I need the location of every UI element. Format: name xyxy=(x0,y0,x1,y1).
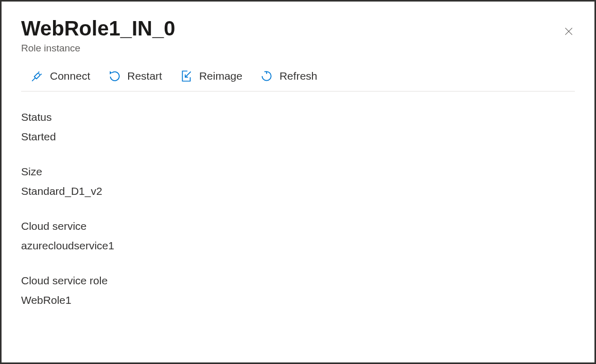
page-title: WebRole1_IN_0 xyxy=(21,17,175,40)
header: WebRole1_IN_0 Role instance xyxy=(21,17,575,54)
restart-label: Restart xyxy=(127,70,162,82)
close-button[interactable] xyxy=(559,22,578,42)
reimage-button[interactable]: Reimage xyxy=(180,69,242,83)
refresh-label: Refresh xyxy=(279,70,318,82)
details-section: Status Started Size Standard_D1_v2 Cloud… xyxy=(21,111,575,306)
size-value: Standard_D1_v2 xyxy=(21,185,575,197)
status-group: Status Started xyxy=(21,111,575,143)
refresh-button[interactable]: Refresh xyxy=(260,69,318,83)
restart-icon xyxy=(108,69,121,83)
reimage-icon xyxy=(180,69,193,83)
cloud-service-group: Cloud service azurecloudservice1 xyxy=(21,220,575,252)
connect-icon xyxy=(30,69,44,83)
cloud-service-role-value: WebRole1 xyxy=(21,294,575,306)
cloud-service-value: azurecloudservice1 xyxy=(21,240,575,252)
header-left: WebRole1_IN_0 Role instance xyxy=(21,17,175,54)
cloud-service-label: Cloud service xyxy=(21,220,575,232)
connect-label: Connect xyxy=(50,70,90,82)
connect-button[interactable]: Connect xyxy=(30,69,90,83)
toolbar: Connect Restart Reimage Refresh xyxy=(21,69,575,92)
reimage-label: Reimage xyxy=(199,70,242,82)
status-value: Started xyxy=(21,131,575,143)
svg-line-2 xyxy=(32,78,36,81)
cloud-service-role-group: Cloud service role WebRole1 xyxy=(21,275,575,306)
size-label: Size xyxy=(21,166,575,178)
svg-line-4 xyxy=(41,74,42,75)
refresh-icon xyxy=(260,69,273,83)
status-label: Status xyxy=(21,111,575,123)
restart-button[interactable]: Restart xyxy=(108,69,162,83)
cloud-service-role-label: Cloud service role xyxy=(21,275,575,287)
size-group: Size Standard_D1_v2 xyxy=(21,166,575,197)
svg-line-3 xyxy=(38,71,39,72)
close-icon xyxy=(564,26,574,38)
page-subtitle: Role instance xyxy=(21,43,175,54)
